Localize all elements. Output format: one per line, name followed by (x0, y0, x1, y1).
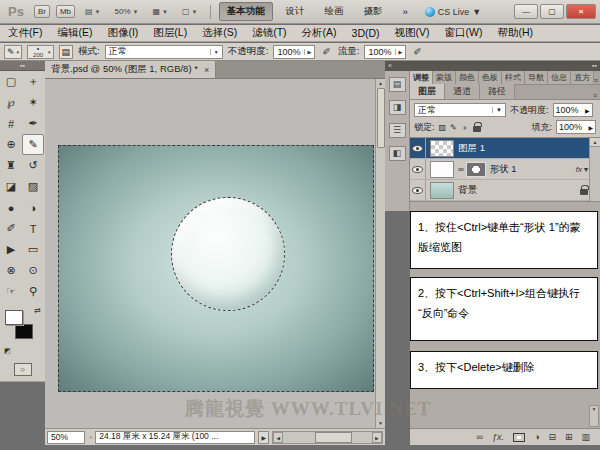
collapsed-info-panel-icon[interactable]: ☰ (389, 123, 406, 138)
menu-file[interactable]: 文件(F) (8, 26, 42, 40)
screen-mode-button[interactable]: ▢ ▼ (178, 5, 202, 18)
restore-button[interactable]: ▢ (540, 4, 564, 19)
new-layer-icon[interactable]: ⊞ (565, 432, 573, 442)
horizontal-scrollbar[interactable]: ◀ ▶ (272, 431, 383, 444)
layer-thumbnail[interactable] (430, 161, 454, 178)
document-tab[interactable]: 背景.psd @ 50% (图层 1, RGB/8) * × (45, 61, 216, 78)
pen-tool[interactable]: ✐ (0, 218, 22, 239)
layer-name[interactable]: 形状 1 (490, 163, 517, 176)
scroll-up-icon[interactable]: ▲ (378, 79, 383, 88)
lasso-tool[interactable]: ℘ (0, 92, 22, 113)
collapsed-properties-panel-icon[interactable]: ◧ (389, 146, 406, 161)
workspace-essentials-button[interactable]: 基本功能 (219, 2, 273, 21)
airbrush-toggle[interactable]: ✐ (320, 46, 332, 57)
layer-name[interactable]: 背景 (458, 184, 477, 197)
circular-selection-bubble[interactable] (171, 197, 285, 311)
scroll-down-icon[interactable]: ▼ (592, 406, 597, 412)
blur-tool[interactable]: ● (0, 197, 22, 218)
close-document-icon[interactable]: × (204, 65, 209, 75)
blend-mode-dropdown[interactable]: 正常 ▼ (105, 45, 223, 59)
eraser-tool[interactable]: ◪ (0, 176, 22, 197)
horizontal-scroll-thumb[interactable] (315, 432, 352, 443)
add-layer-mask-icon[interactable] (513, 433, 525, 442)
menu-filter[interactable]: 滤镜(T) (252, 26, 286, 40)
flow-field[interactable]: 100% ▶ (364, 45, 406, 59)
canvas-image[interactable] (58, 145, 374, 392)
layout-picker-button[interactable]: ▤ ▼ (81, 5, 105, 18)
foreground-color-swatch[interactable] (5, 310, 23, 325)
scroll-down-icon[interactable]: ▼ (378, 419, 383, 428)
dodge-tool[interactable]: ◑ (22, 197, 44, 218)
layer-thumbnail[interactable] (430, 140, 454, 157)
workspace-overflow-button[interactable]: » (396, 4, 415, 19)
tab-swatches[interactable]: 色板 (479, 71, 502, 84)
layer-style-badge[interactable]: fx (576, 165, 582, 174)
menu-window[interactable]: 窗口(W) (445, 26, 483, 40)
3d-rotate-tool[interactable]: ⊗ (0, 260, 22, 281)
menu-3d[interactable]: 3D(D) (352, 27, 380, 39)
toggle-brush-panel-button[interactable]: ▤ (59, 45, 74, 59)
background-color-swatch[interactable] (15, 324, 33, 339)
menu-image[interactable]: 图像(I) (107, 26, 138, 40)
visibility-cell[interactable] (410, 159, 426, 179)
panel-scrollbar[interactable]: ▼ (589, 405, 599, 427)
scroll-left-icon[interactable]: ◀ (273, 432, 283, 443)
collapsed-history-panel-icon[interactable]: ▤ (389, 77, 406, 92)
layer-name[interactable]: 图层 1 (458, 142, 485, 155)
magic-wand-tool[interactable]: ✶ (22, 92, 44, 113)
mini-bridge-button[interactable]: Mb (56, 5, 75, 18)
eyedropper-tool[interactable]: ✒ (22, 113, 44, 134)
menu-select[interactable]: 选择(S) (202, 26, 237, 40)
menu-analysis[interactable]: 分析(A) (302, 26, 337, 40)
tab-navigator[interactable]: 导航 (525, 71, 548, 84)
path-selection-tool[interactable]: ▶ (0, 239, 22, 260)
layer-opacity-field[interactable]: 100% ▶ (553, 103, 593, 117)
history-brush-tool[interactable]: ↺ (22, 155, 44, 176)
tool-preset-picker[interactable]: ✎ ▾ (4, 45, 22, 59)
layer-row-layer1[interactable]: 图层 1 (410, 138, 600, 159)
zoom-level-dropdown[interactable]: 50% ▼ (111, 5, 143, 18)
tab-color[interactable]: 颜色 (456, 71, 479, 84)
tab-info[interactable]: 信息 (548, 71, 571, 84)
visibility-cell[interactable] (410, 180, 426, 200)
menu-help[interactable]: 帮助(H) (498, 26, 534, 40)
type-tool[interactable]: T (22, 218, 44, 239)
layer-row-background[interactable]: 背景 (410, 180, 600, 201)
layer-row-shape1[interactable]: ∞ 形状 1 fx ▾ (410, 159, 600, 180)
quick-mask-button[interactable]: ○ (14, 363, 32, 376)
link-layers-icon[interactable]: ∞ (477, 432, 483, 442)
shape-tool[interactable]: ▭ (22, 239, 44, 260)
visibility-cell[interactable] (410, 138, 426, 158)
close-button[interactable]: × (566, 4, 596, 19)
scroll-up-icon[interactable]: ▲ (590, 138, 600, 147)
menu-edit[interactable]: 编辑(E) (57, 26, 92, 40)
airbrush-mode-button[interactable]: ✐ (411, 46, 423, 57)
vertical-scroll-thumb[interactable] (377, 88, 385, 148)
canvas-pasteboard[interactable] (45, 79, 375, 428)
menu-view[interactable]: 视图(V) (395, 26, 430, 40)
collapsed-styles-panel-icon[interactable]: ◨ (389, 100, 406, 115)
status-zoom-field[interactable]: 50% (47, 431, 85, 444)
workspace-design-button[interactable]: 设计 (279, 3, 312, 20)
cs-live-button[interactable]: CS Live ▼ (425, 7, 481, 17)
tab-masks[interactable]: 蒙版 (433, 71, 456, 84)
tools-panel-grip[interactable]: ▪▪ (0, 61, 45, 71)
delete-layer-icon[interactable]: ▥ (581, 432, 590, 442)
tab-histogram[interactable]: 直方 (571, 71, 594, 84)
brush-tool[interactable]: ✎ (22, 134, 44, 155)
tab-paths[interactable]: 路径 (480, 84, 515, 99)
opacity-field[interactable]: 100% ▶ (273, 45, 315, 59)
rectangular-marquee-tool[interactable]: ▢ (0, 71, 22, 92)
tab-layers[interactable]: 图层 (410, 84, 445, 99)
status-more-button[interactable]: ▶ (258, 431, 269, 444)
clone-stamp-tool[interactable]: ♜ (0, 155, 22, 176)
adjustment-layer-icon[interactable]: ◑ (534, 432, 539, 442)
tab-adjustments[interactable]: 调整 (410, 71, 433, 84)
menu-layer[interactable]: 图层(L) (153, 26, 187, 40)
zoom-tool[interactable]: ⚲ (22, 281, 44, 302)
lock-paint-icon[interactable]: ✎ (450, 123, 457, 132)
gradient-tool[interactable]: ▨ (22, 176, 44, 197)
layer-style-icon[interactable]: ƒx. (492, 432, 504, 442)
move-tool[interactable]: ＋ (22, 71, 44, 92)
layer-thumbnail[interactable] (430, 182, 454, 199)
